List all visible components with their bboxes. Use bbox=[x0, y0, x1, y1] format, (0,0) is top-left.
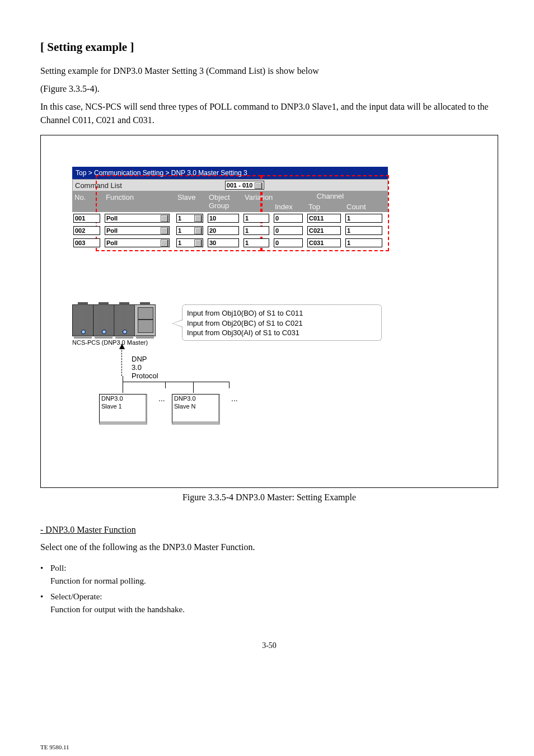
col-count: Count bbox=[344, 201, 388, 212]
cell-count[interactable]: 1 bbox=[345, 214, 382, 223]
diagram-illustration: NCS-PCS (DNP3.0 Master) Input from Obj10… bbox=[72, 304, 156, 336]
bullet-icon: • bbox=[40, 562, 50, 587]
col-channel: Channel bbox=[273, 191, 388, 201]
cell-function[interactable]: Poll bbox=[105, 238, 170, 247]
ellipsis-2: ... bbox=[231, 394, 238, 403]
list-item: • Poll: Function for normal polling. bbox=[40, 562, 498, 587]
cell-variation[interactable]: 1 bbox=[243, 238, 269, 247]
figure-caption: Figure 3.3.5-4 DNP3.0 Master: Setting Ex… bbox=[40, 492, 498, 503]
table-row: 002 Poll 1 20 1 0 C021 1 bbox=[72, 224, 388, 237]
cell-no[interactable]: 002 bbox=[73, 226, 100, 235]
cell-variation[interactable]: 1 bbox=[243, 214, 269, 223]
cell-slave[interactable]: 1 bbox=[176, 238, 203, 247]
list-desc: Function for output with the handshake. bbox=[50, 605, 185, 614]
cell-function[interactable]: Poll bbox=[105, 214, 170, 223]
device-line1: DNP3.0 bbox=[101, 395, 144, 403]
range-select[interactable]: 001 - 010 bbox=[225, 181, 264, 190]
cell-object-group[interactable]: 30 bbox=[208, 238, 239, 247]
cell-count[interactable]: 1 bbox=[345, 238, 382, 247]
tree-connector bbox=[106, 376, 246, 393]
device-line1: DNP3.0 bbox=[174, 395, 217, 403]
document-code: TE 9580.11 bbox=[40, 744, 69, 750]
device-line2: Slave 1 bbox=[101, 403, 144, 411]
figure-frame: Top > Communication Setting > DNP 3.0 Ma… bbox=[40, 135, 498, 488]
col-object-group: Object Group bbox=[207, 191, 242, 212]
cell-count[interactable]: 1 bbox=[345, 226, 382, 235]
cell-top[interactable]: C031 bbox=[307, 238, 341, 247]
ncs-pcs-controller bbox=[72, 304, 156, 336]
table-row: 001 Poll 1 10 1 0 C011 1 bbox=[72, 212, 388, 224]
cell-no[interactable]: 001 bbox=[73, 214, 100, 223]
col-slave: Slave bbox=[175, 191, 207, 212]
col-no: No. bbox=[72, 191, 104, 212]
command-list-label: Command List bbox=[75, 181, 122, 190]
table-row: 003 Poll 1 30 1 0 C031 1 bbox=[72, 237, 388, 249]
controller-label: NCS-PCS (DNP3.0 Master) bbox=[72, 339, 148, 346]
cell-index[interactable]: 0 bbox=[274, 226, 303, 235]
settings-window: Top > Communication Setting > DNP 3.0 Ma… bbox=[72, 167, 388, 249]
page-number: 3-50 bbox=[40, 641, 498, 650]
arrow-up-icon bbox=[121, 345, 122, 376]
cell-no[interactable]: 003 bbox=[73, 238, 100, 247]
cell-variation[interactable]: 1 bbox=[243, 226, 269, 235]
cell-top[interactable]: C021 bbox=[307, 226, 341, 235]
cell-function[interactable]: Poll bbox=[105, 226, 170, 235]
cell-slave[interactable]: 1 bbox=[176, 226, 203, 235]
col-index: Index bbox=[273, 201, 306, 212]
speech-line-1: Input from Obj10(BO) of S1 to C011 bbox=[187, 308, 377, 318]
cell-index[interactable]: 0 bbox=[274, 238, 303, 247]
col-variation: Variation bbox=[242, 191, 273, 212]
window-subheader: Command List 001 - 010 bbox=[72, 179, 388, 191]
list-term: Select/Operate: bbox=[50, 592, 102, 601]
device-line2: Slave N bbox=[174, 403, 217, 411]
cell-slave[interactable]: 1 bbox=[176, 214, 203, 223]
body-text: Select one of the following as the DNP3.… bbox=[40, 541, 498, 554]
speech-bubble: Input from Obj10(BO) of S1 to C011 Input… bbox=[182, 304, 382, 341]
list-item: • Select/Operate: Function for output wi… bbox=[40, 590, 498, 616]
device-box-slaveN: DNP3.0 Slave N bbox=[172, 394, 220, 425]
bullet-icon: • bbox=[40, 590, 50, 616]
col-top: Top bbox=[306, 201, 344, 212]
col-channel-group: Channel Index Top Count bbox=[273, 191, 388, 212]
window-title-bar: Top > Communication Setting > DNP 3.0 Ma… bbox=[72, 167, 388, 179]
cell-top[interactable]: C011 bbox=[307, 214, 341, 223]
ellipsis-1: ... bbox=[158, 394, 165, 403]
intro-text-1b: (Figure 3.3.5-4). bbox=[40, 82, 498, 96]
intro-text-2: In this case, NCS-PCS will send three ty… bbox=[40, 100, 498, 127]
speech-line-2: Input from Obj20(BC) of S1 to C021 bbox=[187, 318, 377, 328]
list-desc: Function for normal polling. bbox=[50, 576, 146, 585]
section-heading: [ Setting example ] bbox=[40, 40, 498, 54]
device-box-slave1: DNP3.0 Slave 1 bbox=[99, 394, 147, 425]
cell-object-group[interactable]: 10 bbox=[208, 214, 239, 223]
list-term: Poll: bbox=[50, 564, 66, 572]
speech-line-3: Input from Obj30(AI) of S1 to C031 bbox=[187, 328, 377, 338]
cell-object-group[interactable]: 20 bbox=[208, 226, 239, 235]
intro-text-1: Setting example for DNP3.0 Master Settin… bbox=[40, 64, 498, 78]
cell-index[interactable]: 0 bbox=[274, 214, 303, 223]
col-function: Function bbox=[104, 191, 175, 212]
subheading: - DNP3.0 Master Function bbox=[40, 525, 498, 535]
table-header-row: No. Function Slave Object Group Variatio… bbox=[72, 191, 388, 212]
